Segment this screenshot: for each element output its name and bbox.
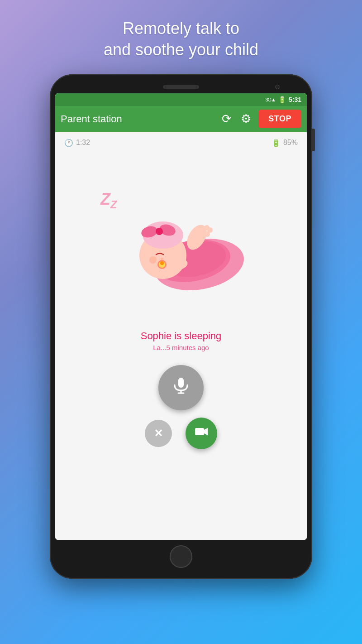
header-title: Remotely talk to and soothe your child <box>104 18 258 61</box>
header-section: Remotely talk to and soothe your child <box>90 0 272 70</box>
last-active-text: La...5 minutes ago <box>64 344 298 351</box>
app-bar-title: Parent station <box>61 113 214 125</box>
svg-point-13 <box>160 261 164 265</box>
phone-speaker <box>163 85 199 89</box>
zzz-indicator: ZZ <box>100 190 117 211</box>
mic-icon <box>171 376 191 399</box>
signal-icon: 3G▲ <box>265 97 276 102</box>
svg-rect-20 <box>178 378 184 388</box>
app-bar: Parent station ⟳ ⚙ STOP <box>55 106 307 132</box>
cancel-button[interactable]: ✕ <box>145 420 172 447</box>
status-row: 🕐 1:32 🔋 85% <box>55 132 307 154</box>
timer-value: 1:32 <box>76 139 90 147</box>
status-bar: 3G▲ 🔋 5:31 <box>55 93 307 106</box>
battery-status-icon: 🔋 <box>278 96 286 103</box>
mic-button[interactable] <box>158 365 204 410</box>
timer-display: 🕐 1:32 <box>64 139 90 147</box>
status-bar-time: 5:31 <box>289 96 301 103</box>
svg-marker-24 <box>204 428 208 435</box>
phone-screen: 3G▲ 🔋 5:31 Parent station ⟳ ⚙ STOP 🕐 1:3… <box>55 93 307 540</box>
baby-status-section: Sophie is sleeping La...5 minutes ago <box>55 326 307 356</box>
phone-side-button <box>312 129 315 151</box>
phone-top <box>55 82 307 93</box>
bottom-controls: ✕ <box>145 418 217 449</box>
video-button[interactable] <box>186 418 217 449</box>
home-button[interactable] <box>170 545 192 568</box>
history-icon[interactable]: ⟳ <box>220 110 233 128</box>
svg-point-8 <box>156 228 163 235</box>
baby-illustration <box>109 192 253 292</box>
stop-button[interactable]: STOP <box>258 110 301 128</box>
svg-rect-23 <box>195 428 204 435</box>
clock-icon: 🕐 <box>64 139 73 147</box>
baby-name-status: Sophie is sleeping <box>64 330 298 342</box>
phone-frame: 3G▲ 🔋 5:31 Parent station ⟳ ⚙ STOP 🕐 1:3… <box>50 74 312 579</box>
baby-area: ZZ <box>55 154 307 326</box>
battery-display: 🔋 85% <box>272 139 298 147</box>
app-content: 🕐 1:32 🔋 85% ZZ <box>55 132 307 540</box>
svg-point-10 <box>149 256 157 264</box>
battery-icon: 🔋 <box>272 139 281 147</box>
svg-point-18 <box>205 231 210 237</box>
phone-camera <box>275 85 280 89</box>
battery-value: 85% <box>283 139 298 147</box>
phone-bottom <box>55 540 307 571</box>
status-bar-icons: 3G▲ 🔋 5:31 <box>265 96 301 103</box>
video-camera-icon <box>194 424 209 442</box>
close-icon: ✕ <box>154 427 163 440</box>
settings-icon[interactable]: ⚙ <box>239 110 253 128</box>
controls-area: ✕ <box>55 356 307 463</box>
